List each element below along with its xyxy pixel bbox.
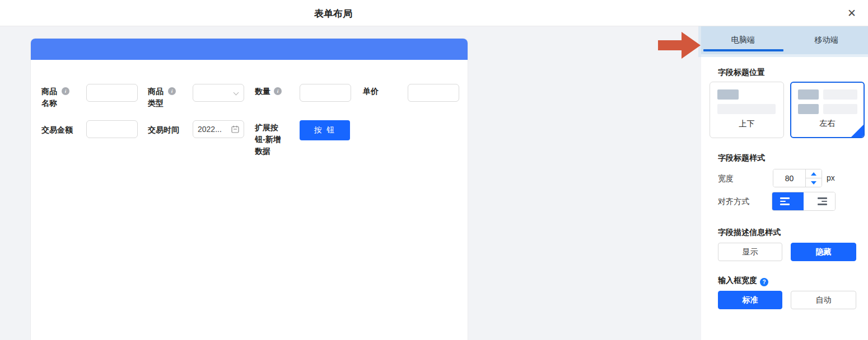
trade-amount-input[interactable]	[86, 120, 138, 138]
section-title-style: 字段标题样式	[718, 153, 765, 163]
field-label: 数量 i	[255, 84, 300, 97]
section-title-position: 字段标题位置	[718, 68, 765, 78]
field-label: 商品名称 i	[41, 84, 86, 109]
tab-pc[interactable]: 电脑端	[701, 26, 785, 54]
align-right-button[interactable]	[804, 192, 835, 210]
input-width-auto-button[interactable]: 自动	[791, 291, 856, 309]
field-extension-button: 扩展按钮-新增数据 按 钮	[255, 120, 351, 157]
field-product-type: 商品类型 i	[148, 84, 244, 109]
field-unit-price: 单价	[363, 84, 459, 102]
field-quantity: 数量 i	[255, 84, 351, 102]
stepper-down-button[interactable]	[806, 178, 822, 187]
close-icon[interactable]: ✕	[843, 5, 860, 22]
product-type-select[interactable]	[193, 84, 244, 102]
quantity-input[interactable]	[300, 84, 351, 102]
arrow-down-icon	[811, 181, 816, 185]
settings-panel: 电脑端 移动端 字段标题位置 上下 左右 字段标题样式 宽度 px	[701, 26, 868, 340]
stepper-up-button[interactable]	[806, 169, 822, 178]
device-tabbar: 电脑端 移动端	[701, 26, 868, 54]
width-unit: px	[827, 173, 835, 182]
align-toggle	[772, 192, 836, 211]
title-width-input[interactable]	[773, 169, 805, 187]
product-name-input[interactable]	[86, 84, 138, 102]
position-option-horizontal[interactable]: 左右	[790, 82, 865, 138]
field-label: 扩展按钮-新增数据	[255, 120, 300, 157]
info-icon[interactable]: i	[168, 87, 176, 95]
section-input-width: 输入框宽度?	[718, 276, 768, 286]
extension-action-button[interactable]: 按 钮	[300, 120, 350, 140]
field-trade-time: 交易时间 2022...	[148, 120, 244, 138]
trade-time-date-picker[interactable]: 2022...	[193, 120, 244, 138]
unit-price-input[interactable]	[408, 84, 459, 102]
align-left-icon	[780, 197, 790, 199]
width-label: 宽度	[718, 174, 734, 184]
help-icon[interactable]: ?	[760, 278, 768, 286]
tab-mobile[interactable]: 移动端	[785, 26, 868, 54]
input-width-standard-button[interactable]: 标准	[718, 291, 782, 309]
field-label: 交易时间	[148, 120, 193, 136]
field-trade-amount: 交易金额	[41, 120, 138, 138]
title-width-stepper	[773, 169, 822, 187]
info-icon[interactable]: i	[62, 87, 69, 95]
form-preview-card: 商品名称 i 商品类型 i 数量 i 单	[31, 39, 468, 340]
annotation-arrow	[658, 32, 700, 59]
desc-hide-button[interactable]: 隐藏	[791, 243, 856, 261]
section-desc-style: 字段描述信息样式	[718, 228, 781, 238]
chevron-down-icon	[234, 90, 239, 96]
align-left-button[interactable]	[772, 192, 804, 210]
align-label: 对齐方式	[718, 197, 749, 207]
form-layout-dialog: 表单布局 ✕ 商品名称 i 商品类型 i 数量	[0, 0, 868, 340]
calendar-icon	[231, 125, 239, 133]
position-option-vertical[interactable]: 上下	[710, 82, 784, 138]
date-value: 2022...	[198, 125, 231, 134]
form-banner	[31, 39, 468, 60]
info-icon[interactable]: i	[274, 87, 282, 95]
position-option-label: 上下	[710, 119, 783, 129]
dialog-title: 表单布局	[314, 7, 352, 20]
arrow-up-icon	[811, 172, 816, 176]
desc-show-button[interactable]: 显示	[718, 243, 782, 261]
field-product-name: 商品名称 i	[41, 84, 138, 109]
field-label: 交易金额	[41, 120, 86, 136]
align-right-icon	[818, 197, 827, 199]
position-option-label: 左右	[791, 119, 864, 129]
field-label: 商品类型 i	[148, 84, 193, 109]
dialog-header: 表单布局 ✕	[0, 0, 868, 26]
field-label: 单价	[363, 84, 408, 97]
